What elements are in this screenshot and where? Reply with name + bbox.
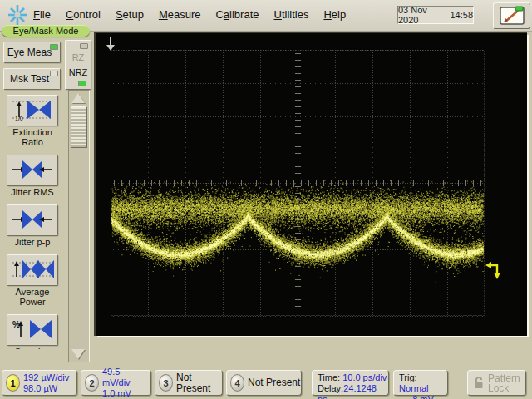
channel-3-scale-text: Not Present [176, 372, 222, 394]
channel-4-button[interactable]: 4Not Present [226, 370, 302, 396]
sidebar: Eye Meas Msk Test RZ NRZ 1/0ExtinctionRa… [0, 37, 94, 368]
scroll-down-icon[interactable] [71, 349, 85, 359]
measurement-list: 1/0ExtinctionRatioJitter RMSJitter p-pAv… [0, 95, 65, 349]
touch-pointer-icon [498, 6, 526, 26]
trigger-button[interactable]: Trig: Normal 8 mV [393, 370, 448, 396]
channel-2-scale-text: 49.5 mV/div1.0 mV [102, 367, 150, 399]
menu-item-file[interactable]: File [31, 7, 53, 22]
rz-nrz-toggle[interactable]: RZ NRZ [65, 40, 91, 90]
trigger-text: Trig: Normal 8 mV [394, 371, 447, 399]
waveform-display [94, 32, 527, 336]
menu-item-calibrate[interactable]: Calibrate [213, 7, 261, 22]
channel-3-badge: 3 [159, 374, 173, 392]
crossing-percentage-label: CrossingPercentage [0, 347, 65, 349]
status-bar: 4Not Present3Not Present249.5 mV/div1.0 … [0, 368, 532, 399]
jitter-pp-button[interactable] [7, 204, 58, 236]
sidebar-scrollbar-thumb[interactable] [71, 106, 87, 148]
msk-test-button[interactable]: Msk Test [3, 68, 61, 90]
menu-item-control[interactable]: Control [63, 7, 103, 22]
menu-item-measure[interactable]: Measure [156, 7, 204, 22]
agilent-logo-icon [6, 2, 29, 27]
scroll-up-icon[interactable] [71, 93, 85, 103]
channel1-ground-marker-icon[interactable] [485, 261, 502, 283]
timebase-text: Time: 10.0 ps/div Delay:24.1248 ns [313, 371, 388, 399]
sidebar-scrollbar[interactable] [68, 90, 90, 362]
average-power-button[interactable] [7, 254, 58, 286]
extinction-ratio-label: ExtinctionRatio [0, 127, 65, 147]
msk-test-led-indicator [50, 71, 58, 76]
jitter-rms-icon [11, 158, 54, 184]
tab-eye-mask-mode[interactable]: Eye/Mask Mode [2, 25, 90, 37]
channel-2-badge: 2 [85, 374, 99, 392]
eye-meas-led-indicator [50, 44, 58, 50]
pattern-lock-button[interactable]: Pattern Lock [467, 370, 526, 396]
jitter-pp-label: Jitter p-p [0, 237, 65, 247]
menu-item-utilities[interactable]: Utilities [272, 7, 312, 22]
nrz-option[interactable]: NRZ [66, 67, 91, 77]
jitter-rms-label: Jitter RMS [0, 187, 65, 197]
eye-meas-label: Eye Meas [7, 47, 52, 58]
trigger-level-value: 8 mV [399, 394, 447, 399]
eye-diagram-canvas [111, 50, 486, 318]
channel-1-badge: 1 [6, 374, 20, 392]
jitter-rms-button[interactable] [7, 155, 58, 186]
extinction-ratio-button[interactable]: 1/0 [7, 95, 58, 126]
touch-run-button[interactable] [493, 2, 530, 29]
menu-bar-items: FileControlSetupMeasureCalibrateUtilitie… [31, 0, 348, 28]
channel-2-button[interactable]: 249.5 mV/div1.0 mV [81, 370, 151, 396]
channel-1-scale-text: 192 µW/div98.0 µW [23, 372, 69, 394]
svg-text:1/0: 1/0 [15, 116, 23, 121]
rz-led-indicator [80, 43, 88, 49]
time-reference-marker-icon [104, 37, 117, 52]
menu-item-help[interactable]: Help [321, 7, 348, 22]
jitter-pp-icon [11, 208, 54, 234]
msk-test-label: Msk Test [10, 73, 49, 85]
time-per-div-value: 10.0 ps/div [342, 372, 387, 382]
channel-4-scale-text: Not Present [248, 377, 300, 388]
menu-item-setup[interactable]: Setup [113, 7, 146, 22]
channel-3-button[interactable]: 3Not Present [155, 370, 223, 396]
nrz-led-indicator [78, 81, 86, 86]
extinction-ratio-icon: 1/0 [11, 98, 54, 124]
average-power-label: AveragePower [0, 287, 65, 307]
crossing-percentage-button[interactable]: % [7, 314, 58, 346]
date-label: 03 Nov 2020 [398, 5, 443, 25]
channel-4-badge: 4 [230, 374, 244, 392]
timebase-button[interactable]: Time: 10.0 ps/div Delay:24.1248 ns [312, 370, 389, 396]
svg-text:%: % [12, 320, 20, 329]
pattern-lock-label: Pattern Lock [488, 373, 520, 393]
date-time-display: 03 Nov 2020 14:58 [397, 6, 474, 24]
rz-option[interactable]: RZ [66, 52, 91, 62]
eye-meas-button[interactable]: Eye Meas [3, 42, 61, 63]
average-power-icon [11, 258, 54, 283]
dca-scope-screen: { "titlebar": { "date": "03 Nov 2020", "… [0, 0, 532, 399]
trigger-mode-value: Normal [399, 383, 428, 393]
crossing-percentage-icon: % [11, 318, 54, 343]
time-label: 14:58 [450, 10, 473, 20]
lock-icon [474, 377, 484, 389]
channel-1-button[interactable]: 1192 µW/div98.0 µW [2, 370, 77, 396]
